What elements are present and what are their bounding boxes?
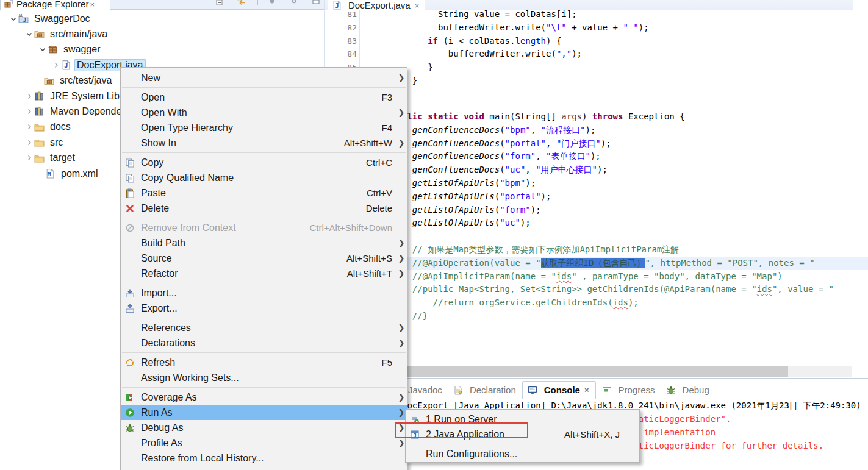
menu-item-label: Open Type Hierarchy	[137, 123, 381, 134]
menu-item-open-type-hierarchy[interactable]: Open Type HierarchyF4	[121, 120, 407, 135]
menu-item-delete[interactable]: DeleteDelete	[121, 201, 407, 216]
close-icon[interactable]: ×	[88, 0, 96, 9]
focus-icon[interactable]	[289, 0, 299, 7]
collapse-all-icon[interactable]	[213, 0, 224, 7]
tree-item-docs[interactable]: docs	[0, 119, 73, 135]
menu-item-source[interactable]: SourceAlt+Shift+S❯	[121, 251, 407, 266]
code-line: if (i < colDatas.length) {	[366, 35, 868, 48]
tab-label: Declaration	[470, 385, 516, 395]
package-explorer-view-tab[interactable]: Package Explorer ×	[0, 0, 110, 10]
tab-javadoc[interactable]: Javadoc	[403, 382, 447, 399]
menu-shortcut: Delete	[366, 203, 396, 213]
menu-item-copy[interactable]: CopyCtrl+C	[121, 155, 407, 170]
menu-item-restore-from-local-history[interactable]: Restore from Local History...	[121, 450, 407, 466]
menu-item-run-as[interactable]: Run As❯	[121, 405, 407, 420]
menu-item-import[interactable]: Import...	[121, 285, 407, 301]
code-segment: args	[561, 112, 582, 121]
code-segment: ids	[613, 297, 628, 307]
code-segment: (	[500, 151, 504, 161]
view-menu-icon[interactable]	[267, 0, 277, 7]
menu-item-label: Remove from Context	[137, 223, 310, 233]
code-line: public static void main(String[] args) t…	[366, 110, 868, 124]
menu-separator	[121, 216, 407, 220]
svg-text:M: M	[19, 13, 22, 18]
code-segment: "表单接口"	[546, 151, 590, 161]
chevron-collapsed-icon[interactable]	[51, 60, 61, 70]
code-segment: );	[531, 205, 541, 215]
menu-item-label: Assign Working Sets...	[137, 372, 392, 383]
menu-item-show-in[interactable]: Show InAlt+Shift+W❯	[121, 135, 407, 151]
code-segment: ,	[536, 151, 546, 161]
menu-item-label: Export...	[137, 303, 392, 314]
tab-console[interactable]: Console×	[522, 381, 596, 399]
tree-item-src-test-java[interactable]: src/test/java	[0, 73, 114, 88]
coverage-icon	[124, 392, 135, 402]
tab-debug[interactable]: Debug	[661, 382, 714, 399]
link-with-editor-icon[interactable]	[235, 0, 246, 7]
tree-item-src-main-java[interactable]: src/main/java	[0, 26, 110, 41]
source-folder-icon	[44, 76, 54, 86]
menu-item-profile-as[interactable]: Profile As❯	[121, 435, 407, 450]
menu-item-assign-working-sets[interactable]: Assign Working Sets...	[121, 370, 407, 385]
menu-item-coverage-as[interactable]: Coverage As❯	[121, 390, 407, 405]
chevron-expanded-icon[interactable]	[9, 14, 18, 24]
menu-item-open-with[interactable]: Open With❯	[121, 105, 407, 120]
tree-indent	[35, 169, 45, 179]
menu-item-refactor[interactable]: RefactorAlt+Shift+T❯	[121, 266, 407, 281]
tree-item-swaggerdoc[interactable]: JMSwaggerDoc	[0, 11, 93, 26]
menu-item-open[interactable]: OpenF3	[121, 90, 407, 105]
tree-item-swagger[interactable]: swagger	[0, 42, 102, 57]
code-segment: "portal"	[500, 191, 540, 201]
menu-item-label: Copy Qualified Name	[137, 173, 392, 183]
code-segment: ", value = "	[772, 284, 834, 294]
code-line	[366, 230, 868, 243]
menu-item-debug-as[interactable]: Debug As❯	[121, 420, 407, 435]
chevron-collapsed-icon[interactable]	[24, 91, 34, 101]
menu-item-references[interactable]: References❯	[121, 320, 407, 335]
code-segment: String value = colDatas[i];	[366, 9, 577, 19]
code-segment: );	[572, 49, 582, 59]
code-segment: Exception {	[623, 112, 684, 121]
tab-label: Console	[544, 385, 580, 395]
close-icon[interactable]: ×	[583, 385, 590, 394]
menu-item-export[interactable]: Export...	[121, 301, 407, 316]
chevron-expanded-icon[interactable]	[38, 45, 48, 54]
tree-item-label: docs	[48, 121, 73, 133]
minimize-icon[interactable]	[310, 0, 321, 7]
menu-item-label: Run As	[137, 407, 392, 418]
chevron-collapsed-icon[interactable]	[24, 138, 34, 148]
tab-progress[interactable]: Progress	[597, 382, 660, 399]
code-line: genConfluenceDocs("portal", "门户接口");	[366, 137, 868, 151]
code-line: getListOfApiUrls("uc");	[366, 216, 868, 230]
paste-icon	[124, 188, 135, 198]
code-segment: ","	[556, 49, 572, 59]
code-line: }	[366, 74, 868, 88]
menu-item-build-path[interactable]: Build Path❯	[121, 235, 407, 251]
chevron-collapsed-icon[interactable]	[24, 153, 34, 163]
tab-declaration[interactable]: Declaration	[448, 382, 521, 399]
tree-item-pom-xml[interactable]: Mpom.xml	[0, 166, 100, 181]
submenu-arrow-icon: ❯	[396, 254, 407, 263]
code-area[interactable]: String value = colDatas[i]; bufferedWrit…	[366, 0, 868, 363]
debug-icon	[124, 422, 135, 433]
submenu-item-run-configurations[interactable]: Run Configurations...	[406, 446, 639, 461]
chevron-collapsed-icon[interactable]	[24, 107, 34, 116]
menu-item-new[interactable]: New❯	[121, 70, 407, 85]
menu-shortcut: F4	[381, 123, 396, 133]
code-segment: );	[590, 151, 601, 161]
menu-item-paste[interactable]: PasteCtrl+V	[121, 185, 407, 201]
menu-item-declarations[interactable]: Declarations❯	[121, 335, 407, 351]
chevron-collapsed-icon[interactable]	[24, 122, 34, 132]
tree-item-src[interactable]: src	[0, 135, 65, 150]
menu-item-remove-from-context[interactable]: Remove from ContextCtrl+Alt+Shift+Down	[121, 220, 407, 235]
package-explorer-header: Package Explorer ×	[0, 0, 324, 10]
tree-item-label: src/main/java	[48, 28, 110, 40]
run-icon	[124, 407, 135, 418]
tree-item-label: target	[48, 152, 77, 164]
code-segment: " "	[623, 23, 638, 32]
tree-item-label: src/test/java	[57, 74, 114, 87]
tree-item-target[interactable]: target	[0, 151, 77, 166]
menu-item-copy-qualified-name[interactable]: Copy Qualified Name	[121, 170, 407, 185]
menu-item-refresh[interactable]: RefreshF5	[121, 355, 407, 370]
chevron-expanded-icon[interactable]	[24, 29, 34, 39]
